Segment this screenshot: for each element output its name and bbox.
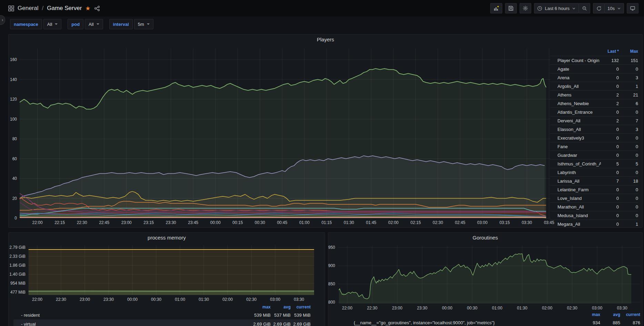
legend-series-label[interactable]: Agate bbox=[557, 67, 601, 72]
process-memory-chart[interactable]: 477 MiB954 MiB1.40 GiB1.86 GiB2.33 GiB2.… bbox=[9, 233, 325, 303]
legend-max-value: 6 bbox=[619, 101, 638, 106]
legend-column-avg[interactable]: avg bbox=[600, 312, 620, 317]
legend-column-max[interactable]: Max bbox=[619, 49, 638, 54]
svg-text:03:00: 03:00 bbox=[477, 220, 487, 225]
legend-row[interactable]: Athens_Newbie26 bbox=[550, 99, 638, 108]
legend-row[interactable]: Love_Island00 bbox=[550, 194, 638, 202]
refresh-button[interactable] bbox=[593, 3, 605, 13]
legend-row[interactable]: Athens221 bbox=[550, 90, 638, 99]
legend-row[interactable]: Fane00 bbox=[550, 142, 638, 151]
legend-row[interactable]: Derveni_All27 bbox=[550, 116, 638, 125]
svg-text:1.40 GiB: 1.40 GiB bbox=[9, 272, 26, 277]
legend-series-label[interactable]: Execratively3 bbox=[557, 135, 601, 141]
svg-text:22:30: 22:30 bbox=[367, 306, 378, 310]
variable-namespace-value-dropdown[interactable]: All bbox=[43, 19, 61, 29]
legend-row[interactable]: Lelantine_Farm00 bbox=[550, 185, 638, 194]
legend-row[interactable]: Guardwar00 bbox=[550, 151, 638, 159]
legend-row[interactable]: Player Count - Origin132151 bbox=[550, 56, 638, 64]
legend-row[interactable]: Atlantis_Entrance00 bbox=[550, 108, 638, 116]
legend-row[interactable]: - virtual2.69 GiB2.69 GiB2.69 GiB bbox=[13, 319, 311, 326]
legend-series-label[interactable]: Love_Island bbox=[557, 196, 601, 201]
legend-row[interactable]: Agate00 bbox=[550, 64, 638, 73]
legend-column-max[interactable]: max bbox=[580, 312, 600, 317]
legend-row[interactable]: Arena03 bbox=[550, 73, 638, 82]
legend-column-current[interactable]: current bbox=[291, 305, 311, 309]
breadcrumb-section[interactable]: General bbox=[18, 5, 38, 12]
legend-series-label[interactable]: Larissa_All bbox=[557, 179, 601, 184]
players-legend-rows: Player Count - Origin132151Agate00Arena0… bbox=[550, 56, 638, 228]
legend-series-label[interactable]: Lelantine_Farm bbox=[557, 187, 601, 192]
legend-series-label[interactable]: Atlantis_Entrance bbox=[557, 110, 601, 115]
zoom-out-time-button[interactable] bbox=[578, 3, 590, 13]
legend-current-value: 2.69 GiB bbox=[291, 322, 311, 326]
refresh-interval-label: 10s bbox=[607, 6, 615, 11]
legend-row[interactable]: Megara_All01 bbox=[550, 220, 638, 228]
legend-row[interactable]: Labyrinth00 bbox=[550, 168, 638, 176]
legend-column-max[interactable]: max bbox=[251, 305, 271, 309]
legend-series-label[interactable]: Elasson_All bbox=[557, 127, 601, 132]
legend-column-current[interactable]: current bbox=[620, 312, 640, 317]
legend-series-label[interactable]: Fane bbox=[557, 144, 601, 149]
goroutines-chart[interactable]: 80085090095022:0022:3023:0023:3000:0000:… bbox=[328, 233, 642, 310]
legend-row[interactable]: Larissa_All718 bbox=[550, 176, 638, 185]
legend-column-avg[interactable]: avg bbox=[271, 305, 291, 309]
save-dashboard-button[interactable] bbox=[505, 3, 517, 13]
dashboards-grid-icon[interactable] bbox=[8, 6, 14, 11]
legend-series-label[interactable]: Derveni_All bbox=[557, 118, 601, 123]
legend-series-label[interactable]: Athens bbox=[557, 92, 601, 98]
legend-series-label[interactable]: Arena bbox=[557, 75, 601, 80]
legend-series-label[interactable]: Medusa_Island bbox=[557, 213, 601, 218]
legend-series-label[interactable]: - virtual bbox=[20, 322, 251, 326]
add-panel-button[interactable] bbox=[490, 3, 502, 13]
svg-text:22:00: 22:00 bbox=[32, 220, 43, 225]
variable-interval-value-dropdown[interactable]: 5m bbox=[134, 19, 153, 29]
svg-text:02:30: 02:30 bbox=[567, 306, 577, 310]
svg-text:23:30: 23:30 bbox=[417, 306, 427, 310]
legend-row[interactable]: Isthmus_of_Corinth_All55 bbox=[550, 159, 638, 168]
favorite-star-icon[interactable]: ★ bbox=[85, 6, 90, 11]
chevron-down-icon bbox=[97, 23, 99, 25]
players-time-series-chart[interactable]: 02040608010012014016022:0022:1522:3022:4… bbox=[9, 34, 642, 227]
variable-pod-label[interactable]: pod bbox=[68, 19, 83, 29]
svg-text:00:45: 00:45 bbox=[277, 220, 287, 225]
legend-last-value: 0 bbox=[601, 153, 619, 158]
svg-text:03:15: 03:15 bbox=[500, 220, 510, 225]
legend-last-value: 0 bbox=[601, 170, 619, 175]
legend-series-label[interactable]: Marathon_All bbox=[557, 204, 601, 210]
share-icon[interactable] bbox=[94, 6, 100, 11]
legend-row[interactable]: Marathon_All00 bbox=[550, 202, 638, 211]
legend-series-label[interactable]: Player Count - Origin bbox=[557, 58, 601, 63]
clock-icon bbox=[537, 6, 542, 11]
legend-series-label[interactable]: {__name__="go_goroutines", instance="loc… bbox=[353, 320, 580, 325]
sidebar-expand-chevron-icon[interactable]: › bbox=[0, 15, 5, 25]
dashboard-settings-button[interactable] bbox=[520, 3, 531, 13]
legend-row[interactable]: Argolis_All01 bbox=[550, 82, 638, 90]
legend-series-label[interactable]: Athens_Newbie bbox=[557, 101, 601, 106]
breadcrumb-page-title[interactable]: Game Server bbox=[47, 5, 82, 12]
svg-text:03:00: 03:00 bbox=[592, 306, 602, 310]
variable-namespace-label[interactable]: namespace bbox=[10, 19, 42, 29]
legend-column-last[interactable]: Last * bbox=[601, 49, 619, 54]
svg-text:23:45: 23:45 bbox=[188, 220, 198, 225]
legend-series-label[interactable]: - resident bbox=[20, 313, 251, 318]
legend-max-value: 3 bbox=[619, 127, 638, 132]
legend-series-label[interactable]: Labyrinth bbox=[557, 170, 601, 175]
variable-interval-label[interactable]: interval bbox=[109, 19, 133, 29]
legend-row[interactable]: Elasson_All03 bbox=[550, 125, 638, 133]
legend-max-value: 18 bbox=[619, 179, 638, 184]
refresh-interval-dropdown[interactable]: 10s bbox=[604, 3, 624, 13]
time-range-picker-button[interactable]: Last 6 hours bbox=[534, 3, 579, 13]
cycle-view-mode-button[interactable] bbox=[627, 3, 638, 13]
legend-row[interactable]: Medusa_Island00 bbox=[550, 211, 638, 220]
legend-row[interactable]: - resident539 MiB537 MiB539 MiB bbox=[13, 310, 311, 319]
svg-text:22:00: 22:00 bbox=[32, 297, 42, 302]
svg-text:01:30: 01:30 bbox=[199, 297, 209, 302]
variable-pod-value-dropdown[interactable]: All bbox=[85, 19, 103, 29]
legend-row[interactable]: Execratively300 bbox=[550, 133, 638, 142]
legend-series-label[interactable]: Argolis_All bbox=[557, 84, 601, 89]
legend-series-label[interactable]: Isthmus_of_Corinth_All bbox=[557, 161, 601, 166]
legend-series-label[interactable]: Guardwar bbox=[557, 153, 601, 158]
svg-text:160: 160 bbox=[10, 57, 17, 62]
legend-series-label[interactable]: Megara_All bbox=[557, 222, 601, 227]
legend-row[interactable]: {__name__="go_goroutines", instance="loc… bbox=[346, 318, 640, 326]
